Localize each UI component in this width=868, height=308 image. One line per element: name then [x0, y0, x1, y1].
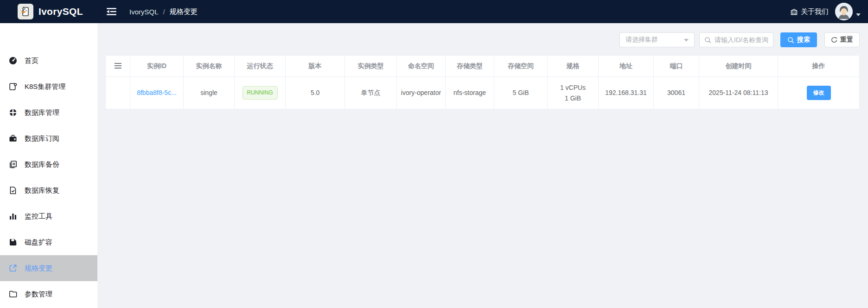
col-header-version: 版本: [286, 56, 345, 77]
cluster-select-placeholder: 请选择集群: [625, 36, 658, 44]
cell-version: 5.0: [286, 77, 345, 109]
cell-instance-name: single: [184, 77, 235, 109]
sidebar-item-spec-change[interactable]: 规格变更: [0, 255, 97, 281]
col-header-spec: 规格: [548, 56, 599, 77]
sidebar-item-label: 首页: [25, 57, 38, 65]
sidebar-item-database-backup[interactable]: 数据库备份: [0, 151, 97, 177]
status-badge: RUNNING: [243, 86, 278, 100]
instance-id-link[interactable]: 8fbba8f8-5c...: [137, 89, 177, 96]
sidebar-item-parameter-manage[interactable]: 参数管理: [0, 281, 97, 307]
cell-spec: 1 vCPUs 1 GiB: [548, 77, 599, 109]
sidebar-item-database-restore[interactable]: 数据库恢复: [0, 177, 97, 203]
sidebar-item-home[interactable]: 首页: [0, 48, 97, 74]
breadcrumb-current: 规格变更: [170, 7, 198, 16]
about-us-label: 关于我们: [801, 7, 829, 16]
cell-storage-type: nfs-storage: [446, 77, 494, 109]
main-content: 请选择集群 搜索: [97, 23, 868, 308]
sidebar-item-label: 数据库恢复: [25, 186, 59, 195]
sidebar-item-database-manage[interactable]: 数据库管理: [0, 100, 97, 126]
search-button-label: 搜索: [797, 36, 810, 44]
cell-instance-id: 8fbba8f8-5c...: [130, 77, 184, 109]
monitor-bars-icon: [9, 212, 17, 220]
spec-mem: 1 GiB: [548, 93, 598, 103]
caret-down-icon[interactable]: [856, 13, 861, 16]
cluster-icon: [9, 82, 17, 91]
sidebar-item-label: 磁盘扩容: [25, 238, 52, 247]
col-header-address: 地址: [599, 56, 654, 77]
sidebar: 首页 K8S集群管理 数据库管理: [0, 23, 97, 308]
col-header-instance-name: 实例名称: [184, 56, 235, 77]
top-navbar: IvorySQL IvorySQL / 规格变更 关于我们: [0, 0, 868, 23]
col-header-storage-size: 存储空间: [494, 56, 548, 77]
column-settings-header[interactable]: [106, 56, 130, 77]
cell-status: RUNNING: [235, 77, 286, 109]
logo[interactable]: IvorySQL: [0, 4, 97, 19]
cell-created-at: 2025-11-24 08:11:13: [699, 77, 778, 109]
navbar-right: 关于我们: [791, 3, 868, 20]
cluster-select[interactable]: 请选择集群: [619, 32, 695, 47]
app-title: IvorySQL: [38, 6, 83, 17]
instances-table-wrap: 实例ID 实例名称 运行状态 版本 实例类型 命名空间 存储类型 存储空间 规格…: [105, 55, 860, 109]
sidebar-item-label: 规格变更: [25, 264, 52, 273]
cell-storage-size: 5 GiB: [494, 77, 548, 109]
col-header-storage-type: 存储类型: [446, 56, 494, 77]
instances-table: 实例ID 实例名称 运行状态 版本 实例类型 命名空间 存储类型 存储空间 规格…: [105, 55, 860, 109]
cell-address: 192.168.31.31: [599, 77, 654, 109]
search-button[interactable]: 搜索: [780, 32, 817, 47]
disk-icon: [9, 238, 17, 246]
filter-bar: 请选择集群 搜索: [105, 32, 860, 47]
folder-icon: [9, 290, 17, 298]
cell-port: 30061: [654, 77, 699, 109]
sidebar-item-disk-expand[interactable]: 磁盘扩容: [0, 229, 97, 255]
breadcrumb-root[interactable]: IvorySQL: [129, 8, 159, 16]
search-icon: [704, 37, 711, 44]
sidebar-item-label: K8S集群管理: [25, 82, 65, 91]
col-header-instance-type: 实例类型: [345, 56, 397, 77]
sidebar-item-label: 参数管理: [25, 290, 52, 299]
cell-action: 修改: [778, 77, 860, 109]
reset-button-label: 重置: [840, 36, 853, 44]
backup-copy-icon: [9, 160, 17, 169]
about-us-link[interactable]: 关于我们: [791, 7, 829, 16]
cell-instance-type: 单节点: [345, 77, 397, 109]
search-input[interactable]: [715, 36, 768, 44]
col-header-instance-id: 实例ID: [130, 56, 184, 77]
col-header-status: 运行状态: [235, 56, 286, 77]
sidebar-item-label: 监控工具: [25, 212, 52, 221]
building-icon: [791, 8, 798, 15]
sidebar-item-database-subscription[interactable]: 数据库订阅: [0, 126, 97, 151]
external-link-icon: [9, 264, 17, 272]
dashboard-icon: [9, 57, 17, 65]
user-avatar[interactable]: [835, 3, 853, 20]
refresh-icon: [831, 37, 837, 43]
column-settings-icon: [115, 63, 121, 69]
edit-button[interactable]: 修改: [807, 86, 831, 100]
reset-button[interactable]: 重置: [824, 32, 860, 47]
sidebar-item-label: 数据库订阅: [25, 134, 59, 143]
database-manage-icon: [9, 108, 17, 117]
col-header-port: 端口: [654, 56, 699, 77]
col-header-namespace: 命名空间: [397, 56, 446, 77]
menu-fold-icon[interactable]: [107, 7, 116, 16]
breadcrumb: IvorySQL / 规格变更: [129, 7, 198, 16]
sidebar-item-k8s-cluster[interactable]: K8S集群管理: [0, 74, 97, 100]
spec-cpu: 1 vCPUs: [548, 82, 598, 93]
col-header-created-at: 创建时间: [699, 56, 778, 77]
col-header-action: 操作: [778, 56, 860, 77]
cell-empty: [106, 77, 130, 109]
sidebar-item-monitor-tools[interactable]: 监控工具: [0, 203, 97, 229]
search-field-wrap: [699, 32, 773, 47]
table-header-row: 实例ID 实例名称 运行状态 版本 实例类型 命名空间 存储类型 存储空间 规格…: [106, 56, 860, 77]
sidebar-item-label: 数据库备份: [25, 160, 59, 169]
cell-namespace: ivory-operator: [397, 77, 446, 109]
chevron-down-icon: [684, 39, 689, 42]
search-icon: [787, 37, 794, 44]
ivorysql-logo-icon: [18, 4, 33, 19]
restore-file-check-icon: [9, 186, 17, 195]
breadcrumb-separator: /: [163, 8, 165, 16]
subscription-icon: [9, 134, 17, 143]
sidebar-item-label: 数据库管理: [25, 108, 59, 117]
table-row: 8fbba8f8-5c... single RUNNING 5.0 单节点 iv…: [106, 77, 860, 109]
